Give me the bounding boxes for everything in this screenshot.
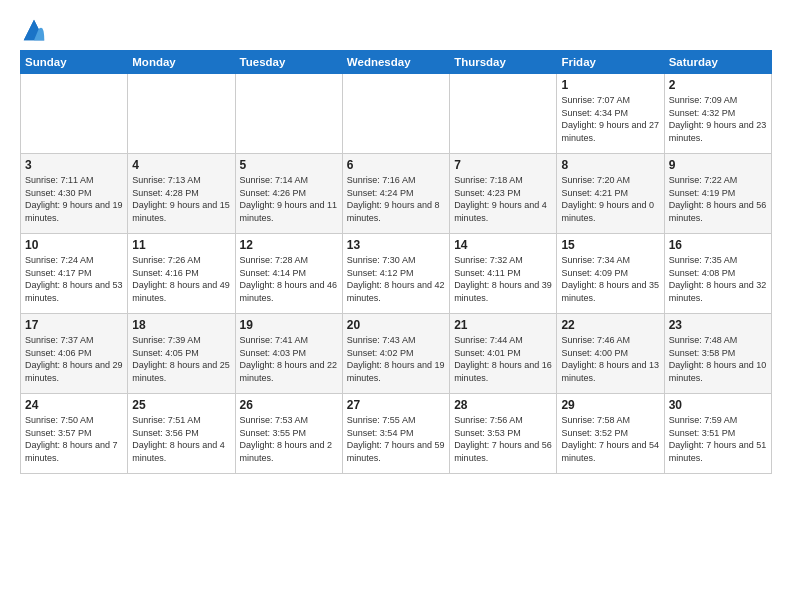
day-cell: 27Sunrise: 7:55 AM Sunset: 3:54 PM Dayli…: [342, 394, 449, 474]
day-info: Sunrise: 7:43 AM Sunset: 4:02 PM Dayligh…: [347, 334, 445, 384]
day-cell: 30Sunrise: 7:59 AM Sunset: 3:51 PM Dayli…: [664, 394, 771, 474]
col-header-monday: Monday: [128, 51, 235, 74]
week-row-3: 10Sunrise: 7:24 AM Sunset: 4:17 PM Dayli…: [21, 234, 772, 314]
day-number: 10: [25, 238, 123, 252]
day-cell: 5Sunrise: 7:14 AM Sunset: 4:26 PM Daylig…: [235, 154, 342, 234]
day-cell: [342, 74, 449, 154]
day-number: 8: [561, 158, 659, 172]
day-info: Sunrise: 7:37 AM Sunset: 4:06 PM Dayligh…: [25, 334, 123, 384]
day-number: 23: [669, 318, 767, 332]
day-cell: [21, 74, 128, 154]
day-info: Sunrise: 7:13 AM Sunset: 4:28 PM Dayligh…: [132, 174, 230, 224]
day-cell: [450, 74, 557, 154]
day-info: Sunrise: 7:53 AM Sunset: 3:55 PM Dayligh…: [240, 414, 338, 464]
day-info: Sunrise: 7:58 AM Sunset: 3:52 PM Dayligh…: [561, 414, 659, 464]
day-number: 22: [561, 318, 659, 332]
day-info: Sunrise: 7:59 AM Sunset: 3:51 PM Dayligh…: [669, 414, 767, 464]
day-cell: 9Sunrise: 7:22 AM Sunset: 4:19 PM Daylig…: [664, 154, 771, 234]
day-number: 4: [132, 158, 230, 172]
day-number: 6: [347, 158, 445, 172]
day-cell: 10Sunrise: 7:24 AM Sunset: 4:17 PM Dayli…: [21, 234, 128, 314]
day-cell: [128, 74, 235, 154]
day-cell: 20Sunrise: 7:43 AM Sunset: 4:02 PM Dayli…: [342, 314, 449, 394]
day-info: Sunrise: 7:07 AM Sunset: 4:34 PM Dayligh…: [561, 94, 659, 144]
day-cell: 19Sunrise: 7:41 AM Sunset: 4:03 PM Dayli…: [235, 314, 342, 394]
day-cell: 2Sunrise: 7:09 AM Sunset: 4:32 PM Daylig…: [664, 74, 771, 154]
day-number: 14: [454, 238, 552, 252]
day-info: Sunrise: 7:56 AM Sunset: 3:53 PM Dayligh…: [454, 414, 552, 464]
day-info: Sunrise: 7:16 AM Sunset: 4:24 PM Dayligh…: [347, 174, 445, 224]
day-cell: 16Sunrise: 7:35 AM Sunset: 4:08 PM Dayli…: [664, 234, 771, 314]
day-cell: 22Sunrise: 7:46 AM Sunset: 4:00 PM Dayli…: [557, 314, 664, 394]
day-number: 5: [240, 158, 338, 172]
day-info: Sunrise: 7:51 AM Sunset: 3:56 PM Dayligh…: [132, 414, 230, 464]
day-number: 17: [25, 318, 123, 332]
day-info: Sunrise: 7:35 AM Sunset: 4:08 PM Dayligh…: [669, 254, 767, 304]
day-info: Sunrise: 7:39 AM Sunset: 4:05 PM Dayligh…: [132, 334, 230, 384]
day-info: Sunrise: 7:24 AM Sunset: 4:17 PM Dayligh…: [25, 254, 123, 304]
day-info: Sunrise: 7:09 AM Sunset: 4:32 PM Dayligh…: [669, 94, 767, 144]
day-cell: 29Sunrise: 7:58 AM Sunset: 3:52 PM Dayli…: [557, 394, 664, 474]
day-info: Sunrise: 7:18 AM Sunset: 4:23 PM Dayligh…: [454, 174, 552, 224]
col-header-sunday: Sunday: [21, 51, 128, 74]
day-cell: 11Sunrise: 7:26 AM Sunset: 4:16 PM Dayli…: [128, 234, 235, 314]
day-info: Sunrise: 7:11 AM Sunset: 4:30 PM Dayligh…: [25, 174, 123, 224]
col-header-thursday: Thursday: [450, 51, 557, 74]
day-cell: 3Sunrise: 7:11 AM Sunset: 4:30 PM Daylig…: [21, 154, 128, 234]
day-number: 16: [669, 238, 767, 252]
col-header-wednesday: Wednesday: [342, 51, 449, 74]
day-number: 18: [132, 318, 230, 332]
calendar-table: SundayMondayTuesdayWednesdayThursdayFrid…: [20, 50, 772, 474]
day-info: Sunrise: 7:48 AM Sunset: 3:58 PM Dayligh…: [669, 334, 767, 384]
col-header-friday: Friday: [557, 51, 664, 74]
day-number: 19: [240, 318, 338, 332]
day-number: 29: [561, 398, 659, 412]
day-cell: 4Sunrise: 7:13 AM Sunset: 4:28 PM Daylig…: [128, 154, 235, 234]
day-info: Sunrise: 7:50 AM Sunset: 3:57 PM Dayligh…: [25, 414, 123, 464]
day-number: 15: [561, 238, 659, 252]
day-info: Sunrise: 7:41 AM Sunset: 4:03 PM Dayligh…: [240, 334, 338, 384]
day-cell: 8Sunrise: 7:20 AM Sunset: 4:21 PM Daylig…: [557, 154, 664, 234]
week-row-2: 3Sunrise: 7:11 AM Sunset: 4:30 PM Daylig…: [21, 154, 772, 234]
day-cell: 18Sunrise: 7:39 AM Sunset: 4:05 PM Dayli…: [128, 314, 235, 394]
day-cell: [235, 74, 342, 154]
day-info: Sunrise: 7:34 AM Sunset: 4:09 PM Dayligh…: [561, 254, 659, 304]
day-number: 12: [240, 238, 338, 252]
week-row-4: 17Sunrise: 7:37 AM Sunset: 4:06 PM Dayli…: [21, 314, 772, 394]
col-header-tuesday: Tuesday: [235, 51, 342, 74]
week-row-1: 1Sunrise: 7:07 AM Sunset: 4:34 PM Daylig…: [21, 74, 772, 154]
day-number: 11: [132, 238, 230, 252]
day-info: Sunrise: 7:28 AM Sunset: 4:14 PM Dayligh…: [240, 254, 338, 304]
day-cell: 7Sunrise: 7:18 AM Sunset: 4:23 PM Daylig…: [450, 154, 557, 234]
day-cell: 17Sunrise: 7:37 AM Sunset: 4:06 PM Dayli…: [21, 314, 128, 394]
day-cell: 1Sunrise: 7:07 AM Sunset: 4:34 PM Daylig…: [557, 74, 664, 154]
day-info: Sunrise: 7:46 AM Sunset: 4:00 PM Dayligh…: [561, 334, 659, 384]
day-info: Sunrise: 7:44 AM Sunset: 4:01 PM Dayligh…: [454, 334, 552, 384]
header-row: SundayMondayTuesdayWednesdayThursdayFrid…: [21, 51, 772, 74]
day-cell: 24Sunrise: 7:50 AM Sunset: 3:57 PM Dayli…: [21, 394, 128, 474]
day-cell: 25Sunrise: 7:51 AM Sunset: 3:56 PM Dayli…: [128, 394, 235, 474]
day-cell: 14Sunrise: 7:32 AM Sunset: 4:11 PM Dayli…: [450, 234, 557, 314]
day-info: Sunrise: 7:20 AM Sunset: 4:21 PM Dayligh…: [561, 174, 659, 224]
day-number: 9: [669, 158, 767, 172]
logo-icon: [20, 16, 48, 44]
col-header-saturday: Saturday: [664, 51, 771, 74]
day-number: 20: [347, 318, 445, 332]
day-number: 30: [669, 398, 767, 412]
day-info: Sunrise: 7:32 AM Sunset: 4:11 PM Dayligh…: [454, 254, 552, 304]
day-cell: 13Sunrise: 7:30 AM Sunset: 4:12 PM Dayli…: [342, 234, 449, 314]
day-number: 3: [25, 158, 123, 172]
day-cell: 26Sunrise: 7:53 AM Sunset: 3:55 PM Dayli…: [235, 394, 342, 474]
day-info: Sunrise: 7:22 AM Sunset: 4:19 PM Dayligh…: [669, 174, 767, 224]
day-number: 25: [132, 398, 230, 412]
day-number: 1: [561, 78, 659, 92]
page-container: SundayMondayTuesdayWednesdayThursdayFrid…: [0, 0, 792, 484]
week-row-5: 24Sunrise: 7:50 AM Sunset: 3:57 PM Dayli…: [21, 394, 772, 474]
day-number: 13: [347, 238, 445, 252]
day-info: Sunrise: 7:30 AM Sunset: 4:12 PM Dayligh…: [347, 254, 445, 304]
day-number: 21: [454, 318, 552, 332]
day-number: 28: [454, 398, 552, 412]
day-cell: 23Sunrise: 7:48 AM Sunset: 3:58 PM Dayli…: [664, 314, 771, 394]
header: [20, 16, 772, 44]
day-number: 7: [454, 158, 552, 172]
